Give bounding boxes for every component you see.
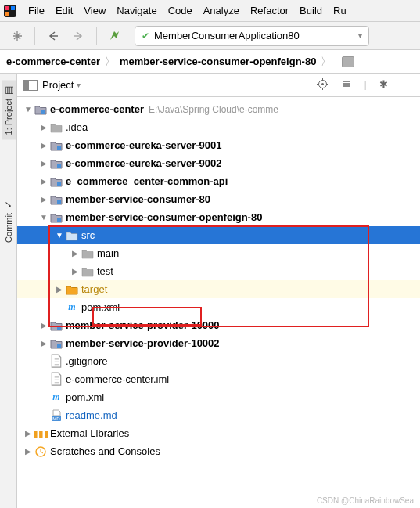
folder-icon: ▤ (3, 85, 14, 95)
file-icon (50, 373, 63, 386)
menu-file[interactable]: File (23, 3, 49, 18)
node-label: .gitignore (66, 355, 107, 367)
tree-row[interactable]: mpom.xml (17, 388, 420, 406)
tree-row[interactable]: ▶main (17, 244, 420, 262)
m-icon: m (50, 391, 63, 404)
project-tree[interactable]: ▼e-commerce-centerE:\Java\Spring Cloud\e… (17, 97, 420, 508)
tree-row[interactable]: ▶Scratches and Consoles (17, 442, 420, 460)
expand-all-button[interactable] (338, 77, 355, 94)
node-label: External Libraries (50, 427, 129, 439)
module-icon (50, 319, 63, 332)
module-icon (50, 337, 63, 350)
gutter-project[interactable]: 1: Project ▤ (2, 80, 16, 139)
back-button[interactable] (41, 25, 63, 47)
gutter-commit[interactable]: Commit ✓ (2, 194, 16, 247)
menu-build[interactable]: Build (295, 3, 327, 18)
tool-window-gutter: 1: Project ▤ Commit ✓ (0, 74, 17, 508)
tree-row[interactable]: ▼src (17, 226, 420, 244)
panel-title[interactable]: Project (42, 79, 74, 91)
separator (34, 27, 35, 45)
module-icon (50, 175, 63, 188)
settings-button[interactable]: ✱ (376, 77, 391, 94)
build-button[interactable] (103, 25, 125, 47)
node-label: e-commerce-eureka-server-9002 (66, 157, 221, 169)
menu-analyze[interactable]: Analyze (199, 3, 244, 18)
tree-row[interactable]: ▶.idea (17, 118, 420, 136)
run-config-selector[interactable]: ✔ MemberConsumerApplication80 ▾ (135, 26, 369, 46)
node-label: pom.xml (66, 391, 104, 403)
tree-row[interactable]: ▼member-service-consumer-openfeign-80 (17, 208, 420, 226)
m-icon: m (66, 301, 78, 314)
node-label: pom.xml (81, 301, 120, 313)
app-logo-icon (3, 4, 17, 18)
node-label: member-service-consumer-80 (66, 193, 210, 205)
breadcrumb-module[interactable]: member-service-consumer-openfeign-80 (120, 56, 316, 67)
chevron-down-icon: ▾ (358, 31, 362, 40)
svg-rect-13 (57, 344, 61, 348)
tree-row[interactable]: ▶member-service-provider-10000 (17, 316, 420, 334)
tree-row[interactable]: MDreadme.md (17, 406, 420, 424)
svg-rect-8 (57, 164, 61, 168)
chevron-right-icon: 〉 (321, 55, 331, 69)
node-label: member-service-provider-10000 (66, 319, 220, 331)
node-label: member-service-consumer-openfeign-80 (66, 211, 262, 223)
menu-code[interactable]: Code (163, 3, 197, 18)
breadcrumb-root[interactable]: e-commerce-center (6, 56, 100, 67)
node-label: src (81, 229, 95, 241)
module-icon (50, 193, 63, 206)
menu-refactor[interactable]: Refactor (246, 3, 293, 18)
menu-run[interactable]: Ru (328, 3, 351, 18)
tree-row[interactable]: ▼e-commerce-centerE:\Java\Spring Cloud\e… (17, 100, 420, 118)
menu-edit[interactable]: Edit (51, 3, 77, 18)
svg-rect-1 (5, 6, 9, 10)
tree-row[interactable]: ▶e-commerce-eureka-server-9002 (17, 154, 420, 172)
folder-icon (81, 247, 94, 260)
tree-row[interactable]: ▶▮▮▮External Libraries (17, 424, 420, 442)
node-label: e_commerce_center-common-api (66, 175, 228, 187)
minimize-button[interactable]: — (397, 77, 414, 94)
module-icon (50, 211, 63, 224)
tree-row[interactable]: .gitignore (17, 352, 420, 370)
tree-row[interactable]: mpom.xml (17, 298, 420, 316)
forward-button[interactable] (68, 25, 90, 47)
svg-point-5 (321, 83, 324, 85)
run-config-label: MemberConsumerApplication80 (154, 30, 300, 41)
project-panel-header: Project ▾ | ✱ — (17, 74, 420, 97)
separator (96, 27, 97, 45)
tree-row[interactable]: ▶test (17, 262, 420, 280)
node-label: member-service-provider-10002 (66, 337, 220, 349)
folder-icon (342, 56, 354, 67)
chevron-down-icon[interactable]: ▾ (77, 81, 81, 89)
module-icon (50, 157, 63, 170)
tree-row[interactable]: ▶e_commerce_center-common-api (17, 172, 420, 190)
tree-row[interactable]: ▶target (17, 280, 420, 298)
menu-navigate[interactable]: Navigate (112, 3, 161, 18)
node-hint: E:\Java\Spring Cloud\e-comme (149, 104, 278, 115)
node-label: e-commerce-eureka-server-9001 (66, 139, 221, 151)
module-icon (50, 139, 63, 152)
ok-icon: ✔ (142, 31, 149, 41)
node-label: test (97, 265, 113, 277)
svg-rect-6 (41, 110, 45, 114)
scratch-icon (34, 445, 47, 458)
node-label: e-commerce-center.iml (66, 373, 169, 385)
sync-button[interactable] (6, 25, 28, 47)
lib-icon: ▮▮▮ (34, 427, 47, 440)
svg-text:MD: MD (52, 416, 60, 421)
locate-button[interactable] (314, 77, 332, 94)
md-icon: MD (50, 409, 63, 422)
tree-row[interactable]: ▶member-service-consumer-80 (17, 190, 420, 208)
node-label: main (97, 247, 119, 259)
module-icon (34, 103, 47, 116)
tree-row[interactable]: e-commerce-center.iml (17, 370, 420, 388)
tree-row[interactable]: ▶e-commerce-eureka-server-9001 (17, 136, 420, 154)
menu-bar: File Edit View Navigate Code Analyze Ref… (0, 0, 420, 22)
svg-rect-11 (57, 218, 61, 222)
svg-rect-7 (57, 146, 61, 150)
tree-row[interactable]: ▶member-service-provider-10002 (17, 334, 420, 352)
menu-view[interactable]: View (79, 3, 110, 18)
watermark: CSDN @ChinaRainbowSea (317, 496, 414, 505)
svg-rect-2 (5, 12, 9, 16)
node-label: target (81, 283, 107, 295)
breadcrumb: e-commerce-center 〉 member-service-consu… (0, 50, 420, 74)
